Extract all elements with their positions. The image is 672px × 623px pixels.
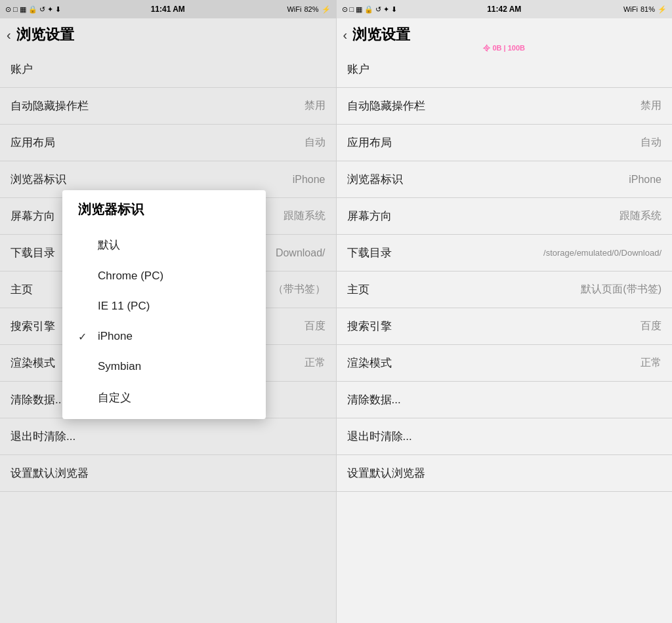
dropdown-checkmark-iphone: ✓ bbox=[78, 331, 90, 343]
right-settings-list: 账户 自动隐藏操作栏 禁用 应用布局 自动 浏览器标识 iPhone 屏幕方向 … bbox=[337, 51, 673, 623]
dropdown-label-iphone: iPhone bbox=[98, 330, 133, 343]
dropdown-title: 浏览器标识 bbox=[62, 198, 266, 229]
right-setting-label-0: 账户 bbox=[347, 62, 369, 77]
right-setting-item-6[interactable]: 主页 默认页面(带书签) bbox=[337, 271, 673, 308]
right-setting-label-8: 渲染模式 bbox=[347, 355, 392, 371]
right-setting-item-3[interactable]: 浏览器标识 iPhone bbox=[337, 161, 673, 198]
left-setting-label-4: 屏幕方向 bbox=[10, 209, 55, 224]
left-time: 11:41 AM bbox=[151, 5, 185, 14]
left-setting-label-10: 退出时清除... bbox=[10, 429, 75, 444]
right-setting-value-2: 自动 bbox=[640, 136, 662, 150]
left-setting-value-7: 百度 bbox=[304, 319, 326, 333]
right-setting-label-7: 搜索引擎 bbox=[347, 319, 392, 334]
right-back-icon: ‹ bbox=[343, 28, 348, 43]
left-page-title: 浏览设置 bbox=[16, 25, 74, 45]
left-setting-value-3: iPhone bbox=[293, 174, 326, 186]
left-setting-value-1: 禁用 bbox=[304, 99, 326, 113]
right-wifi-icon: WiFi bbox=[623, 5, 638, 13]
right-setting-value-7: 百度 bbox=[640, 319, 662, 333]
right-setting-item-1[interactable]: 自动隐藏操作栏 禁用 bbox=[337, 88, 673, 125]
right-setting-label-1: 自动隐藏操作栏 bbox=[347, 98, 425, 113]
left-setting-item-0[interactable]: 账户 bbox=[0, 51, 336, 88]
right-back-button[interactable]: ‹ bbox=[343, 28, 348, 43]
left-setting-label-5: 下载目录 bbox=[10, 245, 55, 260]
dropdown-label-3: Symbian bbox=[98, 360, 141, 373]
left-setting-label-1: 自动隐藏操作栏 bbox=[10, 98, 89, 113]
left-setting-item-10[interactable]: 退出时清除... bbox=[0, 418, 336, 455]
left-setting-item-11[interactable]: 设置默认浏览器 bbox=[0, 455, 336, 492]
left-setting-label-0: 账户 bbox=[10, 62, 33, 77]
right-status-icons-system: ⊙ □ ▦ 🔒 ↺ ✦ ⬇ bbox=[342, 5, 398, 14]
right-status-icons: ⊙ □ ▦ 🔒 ↺ ✦ ⬇ bbox=[342, 5, 398, 14]
left-setting-value-4: 跟随系统 bbox=[284, 209, 326, 223]
right-setting-value-3: iPhone bbox=[629, 174, 662, 186]
left-setting-item-1[interactable]: 自动隐藏操作栏 禁用 bbox=[0, 88, 336, 125]
dropdown-label-4: 自定义 bbox=[98, 390, 131, 405]
right-setting-item-8[interactable]: 渲染模式 正常 bbox=[337, 345, 673, 382]
dropdown-label-2: IE 11 (PC) bbox=[98, 300, 150, 313]
right-setting-label-10: 退出时清除... bbox=[347, 429, 412, 444]
dropdown-label-1: Chrome (PC) bbox=[98, 270, 163, 283]
dropdown-item-3[interactable]: Symbian bbox=[62, 352, 266, 382]
left-setting-value-2: 自动 bbox=[304, 136, 326, 150]
right-battery-pct: 81% bbox=[640, 5, 655, 13]
left-battery: WiFi 82% ⚡ bbox=[287, 5, 330, 14]
dropdown-item-0[interactable]: 默认 bbox=[62, 229, 266, 261]
right-setting-item-5[interactable]: 下载目录 /storage/emulated/0/Download/ bbox=[337, 235, 673, 271]
right-setting-label-11: 设置默认浏览器 bbox=[347, 466, 425, 481]
dropdown-item-4[interactable]: 自定义 bbox=[62, 382, 266, 414]
dropdown-item-iphone[interactable]: ✓ iPhone bbox=[62, 321, 266, 352]
right-setting-value-8: 正常 bbox=[640, 356, 662, 370]
left-setting-value-5: Download/ bbox=[276, 247, 326, 259]
right-setting-item-0[interactable]: 账户 bbox=[337, 51, 673, 88]
right-page-title: 浏览设置 bbox=[352, 25, 410, 45]
right-setting-item-10[interactable]: 退出时清除... bbox=[337, 418, 673, 455]
left-header: ‹ 浏览设置 bbox=[0, 18, 336, 51]
left-setting-label-2: 应用布局 bbox=[10, 135, 55, 150]
right-setting-item-9[interactable]: 清除数据... bbox=[337, 382, 673, 418]
left-setting-label-6: 主页 bbox=[10, 282, 33, 297]
left-setting-value-8: 正常 bbox=[304, 356, 326, 370]
left-setting-label-3: 浏览器标识 bbox=[10, 172, 66, 187]
right-setting-item-2[interactable]: 应用布局 自动 bbox=[337, 125, 673, 161]
right-setting-label-3: 浏览器标识 bbox=[347, 172, 403, 187]
right-setting-label-2: 应用布局 bbox=[347, 135, 392, 150]
dropdown-label-0: 默认 bbox=[98, 237, 120, 252]
left-status-icons: ⊙ □ ▦ 🔒 ↺ ✦ ⬇ bbox=[5, 5, 61, 14]
dropdown-item-1[interactable]: Chrome (PC) bbox=[62, 261, 266, 291]
left-setting-value-6: （带书签） bbox=[273, 283, 326, 296]
right-setting-value-1: 禁用 bbox=[640, 99, 662, 113]
left-panel: ⊙ □ ▦ 🔒 ↺ ✦ ⬇ 11:41 AM WiFi 82% ⚡ 令 0B |… bbox=[0, 0, 336, 623]
right-battery-icon: ⚡ bbox=[658, 5, 667, 14]
left-setting-label-8: 渲染模式 bbox=[10, 355, 55, 371]
right-setting-item-7[interactable]: 搜索引擎 百度 bbox=[337, 308, 673, 345]
right-network-overlay: 令 0B | 100B bbox=[483, 43, 525, 53]
right-setting-label-4: 屏幕方向 bbox=[347, 209, 392, 224]
left-setting-label-11: 设置默认浏览器 bbox=[10, 466, 89, 481]
right-panel: ⊙ □ ▦ 🔒 ↺ ✦ ⬇ 11:42 AM WiFi 81% ⚡ ‹ 浏览设置… bbox=[336, 0, 673, 623]
browser-identity-dropdown[interactable]: 浏览器标识 默认 Chrome (PC) IE 11 (PC) ✓ iPhone… bbox=[62, 190, 266, 419]
left-status-bar: ⊙ □ ▦ 🔒 ↺ ✦ ⬇ 11:41 AM WiFi 82% ⚡ bbox=[0, 0, 336, 18]
right-setting-label-6: 主页 bbox=[347, 282, 369, 297]
left-setting-label-7: 搜索引擎 bbox=[10, 319, 55, 334]
left-battery-pct: 82% bbox=[304, 5, 318, 13]
left-back-button[interactable]: ‹ bbox=[7, 28, 11, 43]
right-setting-value-4: 跟随系统 bbox=[620, 209, 662, 223]
right-header: ‹ 浏览设置 令 0B | 100B bbox=[337, 18, 673, 51]
right-setting-label-5: 下载目录 bbox=[347, 245, 392, 260]
right-setting-label-9: 清除数据... bbox=[347, 392, 401, 407]
left-back-icon: ‹ bbox=[7, 28, 11, 43]
right-battery: WiFi 81% ⚡ bbox=[623, 5, 667, 14]
left-status-icons-system: ⊙ □ ▦ 🔒 ↺ ✦ ⬇ bbox=[5, 5, 61, 14]
right-setting-value-6: 默认页面(带书签) bbox=[581, 283, 662, 296]
dropdown-item-2[interactable]: IE 11 (PC) bbox=[62, 291, 266, 321]
right-setting-item-4[interactable]: 屏幕方向 跟随系统 bbox=[337, 198, 673, 235]
right-setting-item-11[interactable]: 设置默认浏览器 bbox=[337, 455, 673, 492]
left-wifi-icon: WiFi bbox=[287, 5, 301, 13]
right-status-bar: ⊙ □ ▦ 🔒 ↺ ✦ ⬇ 11:42 AM WiFi 81% ⚡ bbox=[337, 0, 673, 18]
left-setting-item-2[interactable]: 应用布局 自动 bbox=[0, 125, 336, 161]
right-setting-value-5: /storage/emulated/0/Download/ bbox=[543, 248, 662, 258]
left-battery-icon: ⚡ bbox=[322, 5, 331, 14]
left-setting-label-9: 清除数据... bbox=[10, 392, 64, 407]
right-time: 11:42 AM bbox=[487, 5, 521, 14]
